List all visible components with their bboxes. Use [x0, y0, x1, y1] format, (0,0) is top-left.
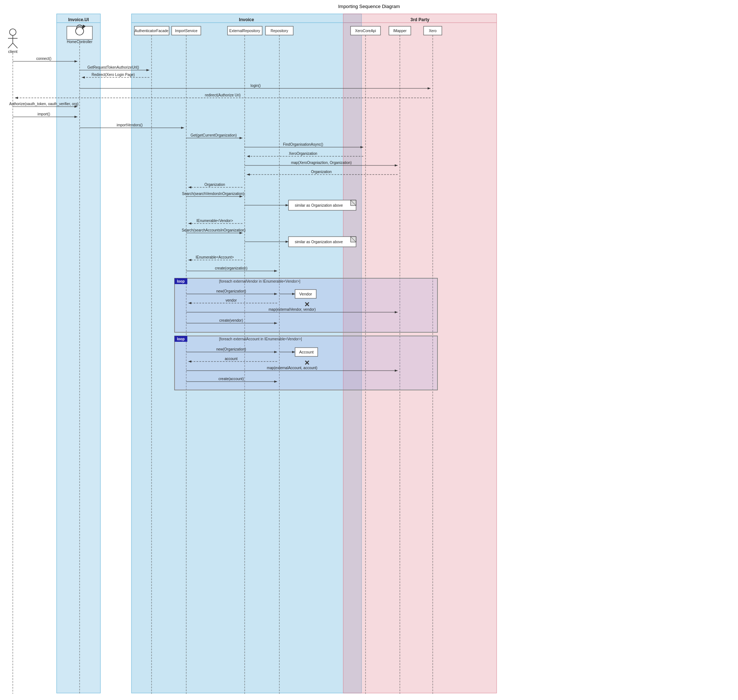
- svg-marker-73: [351, 200, 356, 206]
- svg-text:[foreach externalVendor in IEn: [foreach externalVendor in IEnumerable<V…: [219, 279, 300, 283]
- svg-text:loop: loop: [177, 337, 184, 341]
- svg-rect-81: [288, 237, 356, 247]
- svg-line-74: [351, 200, 356, 206]
- svg-text:Search(searchAccountsInOrganiz: Search(searchAccountsInOrganization): [182, 228, 246, 232]
- svg-text:Redirect(Xero Login Page): Redirect(Xero Login Page): [92, 73, 135, 77]
- svg-text:Invoice.UI: Invoice.UI: [68, 17, 89, 22]
- svg-text:connect(): connect(): [36, 57, 51, 60]
- svg-text:map(XeroOragniaztion, Organiza: map(XeroOragniaztion, Organization): [291, 161, 352, 165]
- svg-text:new(Organization): new(Organization): [216, 347, 246, 351]
- svg-rect-0: [57, 14, 100, 693]
- svg-text:similar as Organization above: similar as Organization above: [295, 203, 343, 207]
- svg-text:GetRequestTokenAuthorizeUrl(): GetRequestTokenAuthorizeUrl(): [87, 65, 139, 69]
- svg-text:importVendors(): importVendors(): [116, 123, 143, 127]
- svg-point-16: [76, 27, 84, 35]
- svg-rect-1: [131, 14, 362, 693]
- svg-text:Invoice: Invoice: [239, 17, 254, 22]
- svg-text:✕: ✕: [304, 301, 310, 308]
- svg-rect-28: [389, 26, 411, 35]
- svg-marker-82: [351, 237, 356, 242]
- svg-rect-106: [175, 336, 438, 390]
- svg-text:Search(searchVendorsInOrganiza: Search(searchVendorsInOrganization);: [182, 192, 246, 196]
- svg-line-83: [351, 237, 356, 242]
- svg-rect-90: [175, 278, 438, 332]
- svg-text:map(externalAccount, account): map(externalAccount, account): [267, 366, 318, 370]
- svg-text:XeroOrganization: XeroOrganization: [289, 151, 318, 156]
- svg-text:AuthenticatorFacade: AuthenticatorFacade: [135, 29, 169, 33]
- svg-overlay: Invoice.UI Invoice 3rd Party client Home…: [0, 0, 738, 700]
- svg-rect-2: [343, 14, 497, 693]
- svg-text:client: client: [8, 49, 18, 54]
- svg-text:3rd Party: 3rd Party: [410, 17, 429, 22]
- svg-text:create(vendor): create(vendor): [219, 318, 243, 322]
- svg-text:new(Organization): new(Organization): [216, 289, 246, 293]
- svg-text:Organization: Organization: [204, 182, 225, 187]
- svg-rect-107: [175, 336, 187, 342]
- svg-text:✕: ✕: [304, 359, 310, 367]
- diagram-title: Importing Sequence Diagram: [0, 0, 738, 11]
- svg-text:loop: loop: [177, 279, 184, 283]
- svg-rect-91: [175, 278, 187, 284]
- svg-text:Repository: Repository: [271, 29, 288, 33]
- svg-text:IEnumerable<Account>: IEnumerable<Account>: [196, 255, 234, 259]
- svg-text:import(): import(): [38, 112, 50, 116]
- svg-rect-24: [266, 26, 293, 35]
- svg-text:map(externalVendor, vendor): map(externalVendor, vendor): [269, 307, 316, 312]
- svg-rect-22: [228, 26, 262, 35]
- svg-rect-110: [295, 348, 318, 356]
- svg-rect-30: [423, 26, 442, 35]
- svg-text:Get(getCurrentOrganization): Get(getCurrentOrganization): [191, 133, 237, 137]
- svg-text:XeroCoreApi: XeroCoreApi: [355, 29, 376, 33]
- svg-text:[foreach externalAccount in IE: [foreach externalAccount in IEnumerable<…: [219, 337, 302, 341]
- svg-text:ExternalRepository: ExternalRepository: [229, 29, 260, 33]
- svg-text:Authorize(oauth_token, oauth_v: Authorize(oauth_token, oauth_verifier, o…: [9, 102, 78, 106]
- svg-text:HomeController: HomeController: [67, 40, 93, 44]
- svg-line-12: [8, 43, 13, 48]
- diagram-container: Importing Sequence Diagram Invoice.UI In…: [0, 0, 738, 700]
- svg-rect-26: [351, 26, 381, 35]
- svg-point-9: [9, 29, 16, 35]
- svg-text:create(organization): create(organization): [215, 266, 248, 270]
- svg-rect-18: [134, 26, 169, 35]
- svg-text:IEnumerable<Vendor>: IEnumerable<Vendor>: [197, 219, 233, 223]
- svg-rect-94: [295, 290, 316, 299]
- svg-text:create(account): create(account): [218, 377, 244, 381]
- svg-text:Vendor: Vendor: [300, 292, 312, 296]
- svg-text:Account: Account: [299, 350, 314, 354]
- svg-text:similar as Organization above: similar as Organization above: [295, 240, 343, 244]
- svg-text:IMapper: IMapper: [393, 29, 407, 33]
- svg-line-13: [13, 43, 18, 48]
- svg-rect-20: [172, 26, 201, 35]
- svg-text:login(): login(): [250, 84, 261, 88]
- svg-text:FindOrganisationAsync(): FindOrganisationAsync(): [283, 143, 323, 146]
- svg-rect-72: [288, 200, 356, 210]
- svg-text:Xero: Xero: [429, 29, 437, 33]
- svg-text:redirect(Authorize Uri): redirect(Authorize Uri): [205, 93, 241, 97]
- svg-rect-15: [67, 26, 93, 40]
- svg-text:account: account: [225, 357, 237, 361]
- svg-text:Organization: Organization: [311, 170, 332, 174]
- svg-text:ImportService: ImportService: [175, 29, 197, 33]
- svg-text:vendor: vendor: [226, 299, 237, 302]
